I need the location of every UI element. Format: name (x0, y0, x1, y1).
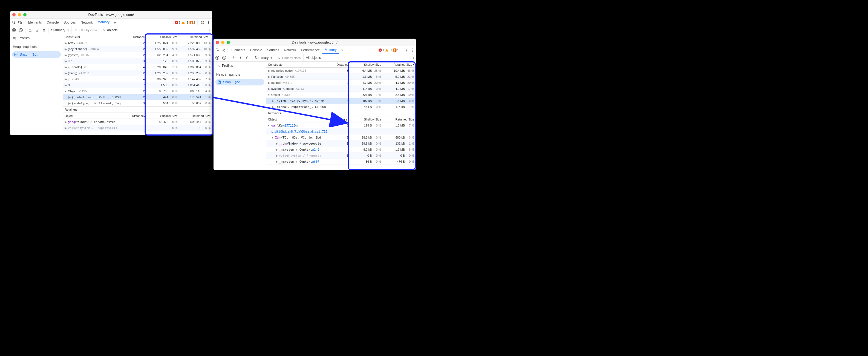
col-constructor[interactable]: Constructor (63, 34, 126, 40)
table-row[interactable]: ▶lKa31280 %1 509 8729 % (63, 58, 212, 64)
col-object[interactable]: Object (266, 116, 331, 122)
table-row[interactable]: ▶_ in system / Context @607–36 B0 %476 B… (266, 158, 416, 165)
inspect-icon[interactable] (215, 48, 220, 53)
col-retained[interactable]: Retained Size (179, 113, 212, 119)
gear-icon[interactable] (200, 20, 205, 25)
tab-console[interactable]: Console (44, 19, 61, 26)
table-row[interactable]: ▶(compiled code) ×10717636.4 MB28 %10.4 … (266, 68, 416, 74)
table-row[interactable]: ▶value in system / PropertyCell00 %00 % (63, 125, 212, 131)
sidebar-item-profiles[interactable]: Profiles (214, 62, 266, 70)
class-filter-input[interactable]: Filter by class (71, 26, 100, 34)
sliders-icon (13, 36, 17, 40)
minimize-icon[interactable] (221, 41, 224, 44)
tab-network[interactable]: Network (78, 19, 95, 26)
col-object[interactable]: Object (63, 113, 126, 119)
more-tabs-icon[interactable] (113, 20, 118, 25)
objects-scope-select[interactable]: All objects (306, 56, 321, 60)
maximize-icon[interactable] (23, 13, 27, 17)
col-shallow[interactable]: Shallow Size (147, 113, 179, 119)
kebab-icon[interactable] (206, 20, 211, 25)
maximize-icon[interactable] (227, 41, 230, 44)
clear-icon[interactable] (222, 56, 226, 60)
table-row[interactable]: ▶(object shape) ×3040421 555 0329 %1 592… (63, 46, 212, 52)
tab-sources[interactable]: Sources (61, 19, 78, 26)
table-row[interactable]: ▾Object ×16182321 kB1 %2.3 MB10 % (266, 92, 416, 98)
tab-performance[interactable]: Performance (299, 46, 322, 54)
table-row[interactable]: ▶(string) ×4317024.7 MB20 %4.7 MB20 % (266, 80, 416, 86)
save-icon[interactable] (35, 28, 39, 32)
tab-sources[interactable]: Sources (265, 46, 282, 54)
kebab-icon[interactable] (410, 48, 415, 53)
col-retained[interactable]: Retained Size ▾ (179, 34, 212, 40)
error-chip[interactable]: ✕5 (175, 21, 180, 24)
warning-chip[interactable]: 1 (385, 48, 392, 52)
clear-icon[interactable] (19, 28, 23, 32)
table-row[interactable]: ▶{global, exportPath_, CLOSUR2444 B0 %17… (266, 104, 416, 110)
table-row[interactable]: ▶Function ×34385–1.1 MB5 %5.0 MB22 % (266, 74, 416, 80)
tab-console[interactable]: Console (248, 46, 265, 54)
more-tabs-icon[interactable] (340, 48, 345, 52)
table-row[interactable]: ▶{global, exportPath_, CLOSU24440 %173 5… (63, 94, 212, 100)
svg-point-3 (202, 22, 203, 23)
table-row[interactable]: ▶goog in Window / chrome-exten153 4760 %… (63, 119, 212, 125)
view-mode-select[interactable]: Summary▾ (51, 28, 69, 32)
tab-network[interactable]: Network (282, 46, 299, 54)
table-row[interactable]: ▶{SdcwHb} ×84203 0401 %1 369 0848 % (63, 64, 212, 70)
record-icon[interactable] (12, 28, 16, 32)
table-row[interactable]: ▶value in system / Property30 B0 %0 B0 % (266, 152, 416, 158)
tab-memory[interactable]: Memory (322, 46, 339, 54)
minimize-icon[interactable] (18, 13, 21, 17)
gear-icon[interactable] (404, 48, 409, 53)
close-icon[interactable] (216, 41, 219, 44)
table-row[interactable]: ▶system / Context ×3013–114 kB0 %4.0 MB1… (266, 86, 416, 92)
table-row[interactable]: ▶{NodeType, HtmlElement, Tag35040 %53 63… (63, 100, 212, 106)
info-chip[interactable]: ❚2 (189, 21, 195, 24)
record-icon[interactable] (215, 56, 220, 60)
col-shallow[interactable]: Shallow Size (147, 34, 179, 40)
col-retained[interactable]: Retained Size (383, 116, 416, 122)
col-retained[interactable]: Retained Size ▾ (383, 62, 416, 68)
table-row[interactable]: ▶{sy1fu, sy2ly, sy39n, sy4fm,4197 kB1 %1… (266, 98, 416, 104)
table-row[interactable]: ▶_ in system / Context @142–8.2 kB0 %1.7… (266, 147, 416, 152)
table-row[interactable]: ▾Xd in {FOc, HOa, VC, jo, Sbd298.3 kB0 %… (266, 135, 416, 141)
tab-elements[interactable]: Elements (229, 46, 248, 54)
load-icon[interactable] (28, 28, 33, 32)
col-distance[interactable]: Distance▴ (331, 116, 350, 122)
table-row[interactable]: c,dtl0hd,eHDfl,YV5bee,d,csi:753 (266, 128, 416, 135)
load-icon[interactable] (231, 56, 236, 60)
col-distance[interactable]: Distance (126, 34, 147, 40)
table-row[interactable]: ▶Array ×4349721 256 0248 %2 220 00013 % (63, 40, 212, 46)
col-distance[interactable]: Distance▴ (126, 113, 147, 119)
device-icon[interactable] (221, 48, 226, 53)
sidebar-item-profiles[interactable]: Profiles (10, 34, 63, 42)
titlebar[interactable]: DevTools - www.google.com/ (10, 11, 212, 19)
tab-elements[interactable]: Elements (26, 19, 44, 26)
error-chip[interactable]: ✕1 (378, 48, 384, 52)
close-icon[interactable] (12, 13, 16, 17)
table-row[interactable]: ▶S71 5800 %1 054 4166 % (63, 82, 212, 88)
save-icon[interactable] (239, 56, 243, 60)
table-row[interactable]: ▶_hd in Window / www.google139.8 kB0 %13… (266, 141, 416, 147)
objects-scope-select[interactable]: All objects (103, 28, 118, 32)
table-row[interactable]: ▾oa in lKa @177115 ⧉3128 B0 %1.5 MB7 % (266, 122, 416, 128)
class-filter-input[interactable]: Filter by class (275, 54, 303, 62)
titlebar[interactable]: DevTools - www.google.com/ (214, 39, 416, 46)
col-shallow[interactable]: Shallow Size (350, 116, 383, 122)
table-row[interactable]: ▾Object ×1195285 7080 %660 1164 % (63, 88, 212, 94)
view-mode-select[interactable]: Summary▾ (254, 56, 272, 60)
table-row[interactable]: ▶jn ×94364389 9202 %1 147 4327 % (63, 76, 212, 82)
col-constructor[interactable]: Constructor (266, 62, 331, 68)
delete-icon[interactable] (245, 56, 250, 60)
snapshot-item[interactable]: Snap… (22.… (215, 79, 265, 85)
delete-icon[interactable] (42, 28, 46, 32)
table-row[interactable]: ▶(string) ×4725321 295 2328 %1 295 2328 … (63, 70, 212, 76)
tab-memory[interactable]: Memory (95, 19, 112, 26)
info-chip[interactable]: ❚1 (393, 48, 399, 52)
snapshot-item[interactable]: Snap… (16.… (12, 51, 61, 58)
inspect-icon[interactable] (11, 20, 17, 25)
col-distance[interactable]: Distance (331, 62, 350, 68)
warning-chip[interactable]: 9 (182, 21, 188, 24)
table-row[interactable]: ▶(system) ×130702626 2044 %1 571 6809 % (63, 52, 212, 58)
device-icon[interactable] (17, 20, 23, 25)
col-shallow[interactable]: Shallow Size (350, 62, 383, 68)
